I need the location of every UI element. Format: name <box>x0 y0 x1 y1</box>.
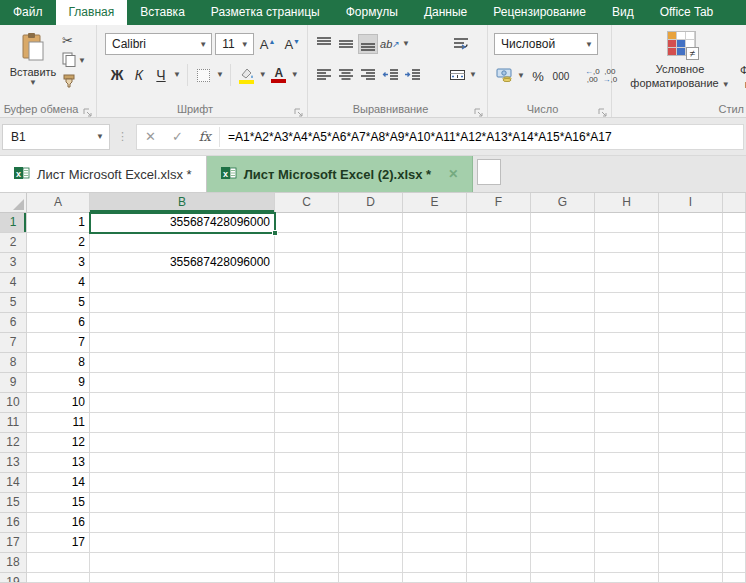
cell-I6[interactable] <box>659 313 723 333</box>
cell-H15[interactable] <box>595 493 659 513</box>
cell-D7[interactable] <box>339 333 403 353</box>
cell-B10[interactable] <box>90 393 275 413</box>
cell-stub[interactable] <box>723 473 746 493</box>
cell-F17[interactable] <box>467 533 531 553</box>
cell-F1[interactable] <box>467 213 531 233</box>
cell-G5[interactable] <box>531 293 595 313</box>
underline-button[interactable]: Ч <box>151 64 171 86</box>
align-middle-button[interactable] <box>336 34 356 54</box>
cell-F15[interactable] <box>467 493 531 513</box>
formula-bar-splitter[interactable]: ⋮ <box>110 130 136 143</box>
formula-field[interactable]: ✕ ✓ fx =A1*A2*A3*A4*A5*A6*A7*A8*A9*A10*A… <box>136 124 744 150</box>
cell-G3[interactable] <box>531 253 595 273</box>
cell-E16[interactable] <box>403 513 467 533</box>
menu-tab-главная[interactable]: Главная <box>56 0 128 25</box>
cell-B12[interactable] <box>90 433 275 453</box>
cell-G9[interactable] <box>531 373 595 393</box>
cell-D14[interactable] <box>339 473 403 493</box>
cell-F13[interactable] <box>467 453 531 473</box>
cell-G19[interactable] <box>531 573 595 583</box>
cell-C9[interactable] <box>275 373 339 393</box>
cell-F3[interactable] <box>467 253 531 273</box>
orientation-button[interactable]: ab↗ <box>380 34 400 54</box>
cell-E8[interactable] <box>403 353 467 373</box>
cell-I12[interactable] <box>659 433 723 453</box>
cell-C6[interactable] <box>275 313 339 333</box>
column-header-C[interactable]: C <box>275 193 339 213</box>
cell-E3[interactable] <box>403 253 467 273</box>
cell-F9[interactable] <box>467 373 531 393</box>
italic-button[interactable]: К <box>129 64 149 86</box>
cell-C15[interactable] <box>275 493 339 513</box>
cell-E11[interactable] <box>403 413 467 433</box>
cell-I17[interactable] <box>659 533 723 553</box>
cell-C18[interactable] <box>275 553 339 573</box>
cell-I16[interactable] <box>659 513 723 533</box>
row-header-9[interactable]: 9 <box>0 373 27 393</box>
row-header-10[interactable]: 10 <box>0 393 27 413</box>
cell-E10[interactable] <box>403 393 467 413</box>
cell-C10[interactable] <box>275 393 339 413</box>
row-header-18[interactable]: 18 <box>0 553 27 573</box>
cell-C3[interactable] <box>275 253 339 273</box>
cell-F10[interactable] <box>467 393 531 413</box>
cell-H13[interactable] <box>595 453 659 473</box>
cell-stub[interactable] <box>723 293 746 313</box>
cell-F2[interactable] <box>467 233 531 253</box>
column-header-D[interactable]: D <box>339 193 403 213</box>
cell-E5[interactable] <box>403 293 467 313</box>
cell-C8[interactable] <box>275 353 339 373</box>
name-box[interactable]: B1 ▼ <box>2 124 110 150</box>
cell-H2[interactable] <box>595 233 659 253</box>
align-left-button[interactable] <box>314 65 334 85</box>
cell-B1[interactable]: 355687428096000 <box>90 213 275 233</box>
row-header-3[interactable]: 3 <box>0 253 27 273</box>
cell-A7[interactable]: 7 <box>27 333 90 353</box>
new-document-tab-button[interactable] <box>477 159 501 185</box>
cell-G14[interactable] <box>531 473 595 493</box>
align-top-button[interactable] <box>314 34 334 54</box>
merge-center-button[interactable] <box>447 65 467 85</box>
cell-G7[interactable] <box>531 333 595 353</box>
cell-B5[interactable] <box>90 293 275 313</box>
cell-stub[interactable] <box>723 433 746 453</box>
cell-I8[interactable] <box>659 353 723 373</box>
cell-D10[interactable] <box>339 393 403 413</box>
cell-C11[interactable] <box>275 413 339 433</box>
cell-B8[interactable] <box>90 353 275 373</box>
cell-B7[interactable] <box>90 333 275 353</box>
column-header-H[interactable]: H <box>595 193 659 213</box>
cell-B9[interactable] <box>90 373 275 393</box>
clipboard-dialog-launcher[interactable] <box>83 104 93 114</box>
cell-C17[interactable] <box>275 533 339 553</box>
cell-B13[interactable] <box>90 453 275 473</box>
cell-I15[interactable] <box>659 493 723 513</box>
cell-stub[interactable] <box>723 513 746 533</box>
cell-A1[interactable]: 1 <box>27 213 90 233</box>
cell-D18[interactable] <box>339 553 403 573</box>
cell-I10[interactable] <box>659 393 723 413</box>
menu-tab-рецензирование[interactable]: Рецензирование <box>480 0 599 25</box>
cell-A6[interactable]: 6 <box>27 313 90 333</box>
cell-H6[interactable] <box>595 313 659 333</box>
cell-H14[interactable] <box>595 473 659 493</box>
cell-F6[interactable] <box>467 313 531 333</box>
row-header-5[interactable]: 5 <box>0 293 27 313</box>
cell-A15[interactable]: 15 <box>27 493 90 513</box>
font-size-combo[interactable]: 11 ▼ <box>215 33 254 55</box>
cell-E13[interactable] <box>403 453 467 473</box>
column-header-B[interactable]: B <box>90 193 275 213</box>
paste-button[interactable]: Вставить ▼ <box>6 30 60 102</box>
cell-B14[interactable] <box>90 473 275 493</box>
cell-B19[interactable] <box>90 573 275 583</box>
column-header-I[interactable]: I <box>659 193 723 213</box>
cell-C13[interactable] <box>275 453 339 473</box>
column-header-stub[interactable] <box>723 193 746 213</box>
cell-G17[interactable] <box>531 533 595 553</box>
cell-E7[interactable] <box>403 333 467 353</box>
cell-A5[interactable]: 5 <box>27 293 90 313</box>
cell-A2[interactable]: 2 <box>27 233 90 253</box>
cell-F19[interactable] <box>467 573 531 583</box>
row-header-17[interactable]: 17 <box>0 533 27 553</box>
cell-A4[interactable]: 4 <box>27 273 90 293</box>
